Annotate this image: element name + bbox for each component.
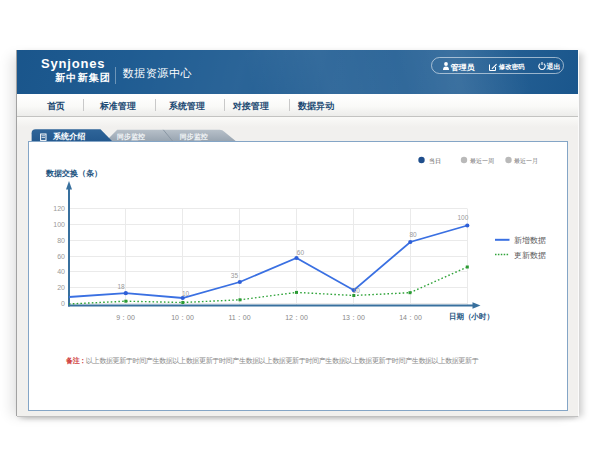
svg-text:40: 40 [57,268,65,275]
svg-text:10：00: 10：00 [171,314,194,321]
svg-text:20: 20 [57,284,65,291]
svg-text:60: 60 [57,253,65,260]
svg-text:80: 80 [409,231,417,238]
svg-text:18: 18 [117,283,125,290]
svg-text:0: 0 [61,300,65,307]
svg-text:14：00: 14：00 [399,314,422,321]
svg-text:10: 10 [182,290,190,297]
svg-text:11：00: 11：00 [228,314,250,321]
svg-text:12：00: 12：00 [285,314,308,321]
svg-text:35: 35 [231,272,239,279]
svg-text:120: 120 [53,205,65,212]
svg-text:10: 10 [353,287,361,294]
svg-text:数据交换（条）: 数据交换（条） [45,169,102,178]
svg-text:9：00: 9：00 [116,314,135,321]
svg-text:13：00: 13：00 [342,314,365,321]
svg-text:100: 100 [53,221,65,228]
svg-text:100: 100 [457,214,468,221]
svg-text:日期（小时）: 日期（小时） [449,312,494,321]
svg-text:60: 60 [297,249,305,256]
svg-text:新增数据: 新增数据 [514,236,546,245]
svg-text:更新数据: 更新数据 [514,251,546,260]
svg-text:80: 80 [57,237,65,244]
